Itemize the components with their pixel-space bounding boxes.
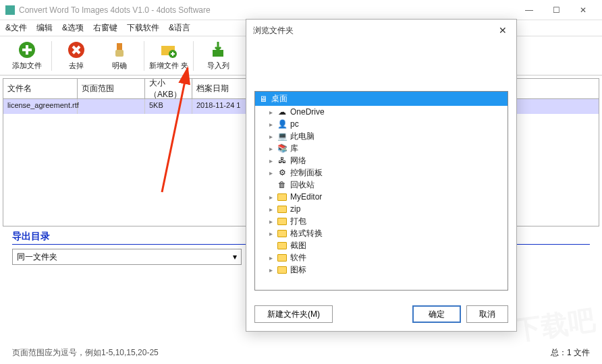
svg-rect-2 [117,43,122,50]
folder-icon [277,192,288,202]
new-folder-label: 新建文件夹(M) [267,309,320,320]
tree-item-formatconv[interactable]: ▸格式转换 [255,227,508,239]
tree-label: 桌面 [271,93,288,104]
ok-label: 确定 [429,309,445,320]
folder-icon [277,204,288,214]
cancel-button[interactable]: 取消 [466,305,508,323]
expand-icon[interactable]: ▸ [267,254,274,262]
folder-icon [277,265,288,274]
menu-edit[interactable]: 编辑 [36,22,53,34]
tree-item-library[interactable]: ▸📚库 [255,142,508,154]
tree-label: OneDrive [290,107,325,117]
controlpanel-icon: ⚙ [277,168,288,177]
svg-rect-3 [115,50,124,57]
window-title: Convert Word To Images 4dots V1.0 - 4dot… [19,5,516,15]
folder-plus-icon [159,40,178,59]
glue-icon [110,40,129,59]
expand-icon[interactable]: ▸ [267,218,274,225]
menu-language[interactable]: &语言 [169,22,190,34]
tree-item-network[interactable]: ▸🖧网络 [255,154,508,166]
dialog-title: 浏览文件夹 [253,25,294,36]
expand-icon[interactable]: ▸ [267,206,274,213]
app-icon [5,5,15,15]
confirm-button[interactable]: 明确 [98,40,141,71]
add-folder-button[interactable]: 新增文件 夹 [147,40,190,71]
expand-icon[interactable]: ▸ [267,266,274,274]
separator [193,41,194,71]
confirm-label: 明确 [112,61,127,71]
ok-button[interactable]: 确定 [412,305,461,323]
tree-label: 控制面板 [290,167,323,179]
folder-icon [277,253,288,262]
tree-item-controlpanel[interactable]: ▸⚙控制面板 [255,166,508,179]
add-file-button[interactable]: 添加文件 [5,40,49,71]
tree-label: 格式转换 [290,228,323,239]
tree-label: zip [290,204,300,214]
import-list-button[interactable]: 导入列 [196,40,240,71]
tree-item-pc-user[interactable]: ▸👤pc [255,118,508,130]
tree-label: 此电脑 [290,131,314,142]
tree-item-screenshot[interactable]: ▸截图 [255,239,508,251]
menu-download[interactable]: 下载软件 [127,22,159,34]
tree-item-icons[interactable]: ▸图标 [255,264,508,276]
dialog-spacer [254,47,508,91]
dialog-titlebar: 浏览文件夹 ✕ [246,20,516,41]
dialog-close-button[interactable]: ✕ [496,24,510,37]
cloud-icon: ☁ [277,107,288,117]
expand-icon[interactable]: ▸ [267,133,274,140]
recyclebin-icon: 🗑 [277,180,288,189]
tree-item-zip[interactable]: ▸zip [255,203,508,215]
new-folder-button[interactable]: 新建文件夹(M) [254,305,333,323]
tree-label: 截图 [290,240,306,251]
separator [51,41,52,71]
folder-icon [277,216,288,226]
col-filename[interactable]: 文件名 [3,79,78,98]
tree-label: 回收站 [290,179,314,191]
cell-filename: license_agreement.rtf [3,99,78,114]
footer: 页面范围应为逗号，例如1-5,10,15,20-25 总：1 文件 [0,347,602,359]
menu-contextkey[interactable]: 右窗键 [93,22,117,34]
tree-label: MyEditor [290,192,322,202]
export-combo-value: 同一文件夹 [17,251,57,263]
import-label: 导入列 [207,61,229,71]
tree-root-desktop[interactable]: 🖥 桌面 [255,92,508,106]
tree-label: 软件 [290,252,306,264]
add-file-label: 添加文件 [12,61,42,71]
tree-item-thispc[interactable]: ▸💻此电脑 [255,130,508,142]
remove-button[interactable]: 去掉 [55,40,98,71]
menu-options[interactable]: &选项 [62,22,84,34]
close-button[interactable]: ✕ [570,0,597,20]
tree-item-myeditor[interactable]: ▸MyEditor [255,191,508,203]
expand-icon[interactable]: ▸ [267,109,274,116]
tree-label: 网络 [290,155,306,166]
expand-icon[interactable]: ▸ [267,145,274,152]
folder-tree[interactable]: 🖥 桌面 ▸☁OneDrive ▸👤pc ▸💻此电脑 ▸📚库 ▸🖧网络 ▸⚙控制… [254,91,508,291]
tree-label: 打包 [290,216,306,227]
browse-folder-dialog: 浏览文件夹 ✕ 🖥 桌面 ▸☁OneDrive ▸👤pc ▸💻此电脑 ▸📚库 ▸… [246,19,517,332]
expand-icon[interactable]: ▸ [267,230,274,237]
chevron-down-icon: ▾ [233,252,237,262]
tree-label: pc [290,119,299,129]
tree-item-recyclebin[interactable]: ▸🗑回收站 [255,179,508,191]
library-icon: 📚 [277,144,288,153]
expand-icon[interactable]: ▸ [267,121,274,128]
tree-label: 库 [290,143,298,154]
add-folder-label: 新增文件 夹 [149,61,188,71]
tree-item-onedrive[interactable]: ▸☁OneDrive [255,106,508,118]
col-size[interactable]: 大小（AKB） [145,79,192,98]
expand-icon[interactable]: ▸ [267,169,274,177]
cell-size: 5KB [145,99,192,114]
x-icon [67,40,86,59]
tree-item-software[interactable]: ▸软件 [255,251,508,264]
col-pagerange[interactable]: 页面范围 [78,79,145,98]
tree-item-package[interactable]: ▸打包 [255,215,508,227]
expand-icon[interactable]: ▸ [267,157,274,164]
menu-file[interactable]: &文件 [5,22,27,34]
remove-label: 去掉 [69,61,84,71]
maximize-button[interactable]: ☐ [543,0,570,20]
expand-icon[interactable]: ▸ [267,193,274,201]
export-folder-combo[interactable]: 同一文件夹 ▾ [12,249,242,265]
folder-icon [277,229,288,238]
minimize-button[interactable]: — [516,0,543,20]
total-files-label: 总：1 文件 [551,347,590,359]
